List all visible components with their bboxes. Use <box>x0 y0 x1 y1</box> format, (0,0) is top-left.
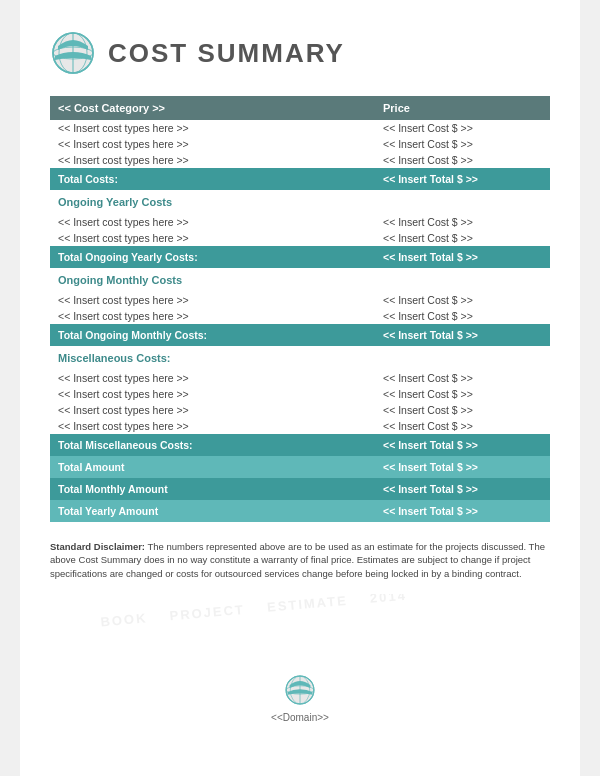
total-yearly-value: << Insert Total $ >> <box>375 500 550 522</box>
ongoing-yearly-heading-row: Ongoing Yearly Costs <box>50 190 550 214</box>
table-header-row: << Cost Category >> Price <box>50 96 550 120</box>
total-yearly-label: Total Yearly Amount <box>50 500 375 522</box>
footer: <<Domain>> <box>50 674 550 723</box>
total-yearly-row: Total Yearly Amount << Insert Total $ >> <box>50 500 550 522</box>
footer-globe-icon <box>284 674 316 706</box>
misc-heading: Miscellaneous Costs: <box>50 346 550 370</box>
table-row: << Insert cost types here >> << Insert C… <box>50 136 550 152</box>
total-costs-value: << Insert Total $ >> <box>375 168 550 190</box>
ongoing-monthly-heading-row: Ongoing Monthly Costs <box>50 268 550 292</box>
table-row: << Insert cost types here >> << Insert C… <box>50 230 550 246</box>
table-row: << Insert cost types here >> << Insert C… <box>50 418 550 434</box>
total-monthly-label: Total Monthly Amount <box>50 478 375 500</box>
ongoing-yearly-heading: Ongoing Yearly Costs <box>50 190 550 214</box>
globe-icon <box>50 30 96 76</box>
cost-table: << Cost Category >> Price << Insert cost… <box>50 96 550 522</box>
total-ongoing-yearly-value: << Insert Total $ >> <box>375 246 550 268</box>
header: COST SUMMARY <box>50 30 550 76</box>
total-monthly-value: << Insert Total $ >> <box>375 478 550 500</box>
table-row: << Insert cost types here >> << Insert C… <box>50 402 550 418</box>
table-row: << Insert cost types here >> << Insert C… <box>50 292 550 308</box>
total-ongoing-monthly-row: Total Ongoing Monthly Costs: << Insert T… <box>50 324 550 346</box>
table-row: << Insert cost types here >> << Insert C… <box>50 214 550 230</box>
total-costs-row: Total Costs: << Insert Total $ >> <box>50 168 550 190</box>
table-row: << Insert cost types here >> << Insert C… <box>50 370 550 386</box>
watermark: BOOK PROJECT ESTIMATE 2014 <box>50 594 550 664</box>
total-costs-label: Total Costs: <box>50 168 375 190</box>
disclaimer-label: Standard Disclaimer: <box>50 541 145 552</box>
total-ongoing-yearly-row: Total Ongoing Yearly Costs: << Insert To… <box>50 246 550 268</box>
ongoing-monthly-heading: Ongoing Monthly Costs <box>50 268 550 292</box>
col-price-header: Price <box>375 96 550 120</box>
table-row: << Insert cost types here >> << Insert C… <box>50 308 550 324</box>
total-monthly-row: Total Monthly Amount << Insert Total $ >… <box>50 478 550 500</box>
misc-heading-row: Miscellaneous Costs: <box>50 346 550 370</box>
total-ongoing-monthly-label: Total Ongoing Monthly Costs: <box>50 324 375 346</box>
table-row: << Insert cost types here >> << Insert C… <box>50 120 550 136</box>
total-ongoing-monthly-value: << Insert Total $ >> <box>375 324 550 346</box>
watermark-text: BOOK PROJECT ESTIMATE 2014 <box>100 594 408 633</box>
page: COST SUMMARY << Cost Category >> Price <… <box>20 0 580 776</box>
total-amount-label: Total Amount <box>50 456 375 478</box>
table-row: << Insert cost types here >> << Insert C… <box>50 152 550 168</box>
total-amount-row: Total Amount << Insert Total $ >> <box>50 456 550 478</box>
page-title: COST SUMMARY <box>108 38 345 69</box>
total-misc-label: Total Miscellaneous Costs: <box>50 434 375 456</box>
total-misc-value: << Insert Total $ >> <box>375 434 550 456</box>
table-row: << Insert cost types here >> << Insert C… <box>50 386 550 402</box>
footer-domain-label: <<Domain>> <box>50 712 550 723</box>
total-misc-row: Total Miscellaneous Costs: << Insert Tot… <box>50 434 550 456</box>
col-category-header: << Cost Category >> <box>50 96 375 120</box>
total-ongoing-yearly-label: Total Ongoing Yearly Costs: <box>50 246 375 268</box>
total-amount-value: << Insert Total $ >> <box>375 456 550 478</box>
disclaimer: Standard Disclaimer: The numbers represe… <box>50 540 550 580</box>
